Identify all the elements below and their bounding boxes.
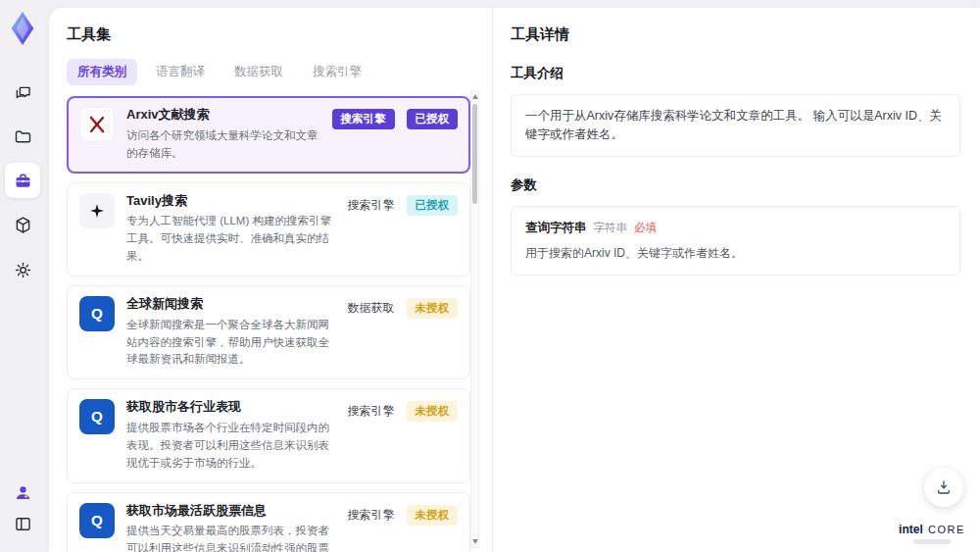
- tool-desc: 提供当天交易量最高的股票列表，投资者可以利用这些信息来识别流动性强的股票和潜在的…: [126, 523, 340, 552]
- download-icon: [935, 478, 953, 496]
- intro-text: 一个用于从Arxiv存储库搜索科学论文和文章的工具。 输入可以是Arxiv ID…: [511, 94, 960, 157]
- detail-title: 工具详情: [511, 25, 960, 44]
- scrollbar-thumb[interactable]: [472, 104, 477, 204]
- tab-data-fetch[interactable]: 数据获取: [223, 59, 294, 85]
- app-logo-icon: [6, 10, 39, 47]
- chat-nav-icon[interactable]: [8, 78, 37, 108]
- tool-name: Tavily搜索: [126, 193, 340, 210]
- param-card: 查询字符串 字符串 必填 用于搜索的Arxiv ID、关键字或作者姓名。: [511, 206, 960, 276]
- sparkle-star-icon: [79, 193, 115, 228]
- svg-text:Q: Q: [91, 512, 103, 528]
- sidebar-rail: [0, 0, 45, 552]
- cube-nav-icon[interactable]: [8, 210, 37, 239]
- tab-language-translation[interactable]: 语言翻译: [145, 59, 216, 85]
- category-label: 搜索引擎: [348, 507, 395, 524]
- category-label: 搜索引擎: [348, 197, 395, 214]
- tool-name: 获取市场最活跃股票信息: [126, 503, 340, 520]
- brand-core-text: CORE: [928, 524, 965, 535]
- page-title: 工具集: [67, 25, 492, 44]
- tool-name: Arxiv文献搜索: [126, 107, 324, 124]
- download-button[interactable]: [924, 468, 963, 507]
- tab-all-categories[interactable]: 所有类别: [67, 59, 137, 85]
- user-avatar-icon[interactable]: [8, 477, 37, 507]
- tool-list: Arxiv文献搜索 访问各个研究领域大量科学论文和文章的存储库。 搜索引擎 已授…: [67, 96, 470, 552]
- intel-core-logo: intel CORE: [894, 523, 970, 544]
- tool-card-tavily[interactable]: Tavily搜索 专为人工智能代理 (LLM) 构建的搜索引擎工具。可快速提供实…: [67, 182, 470, 276]
- auth-status-badge: 未授权: [407, 401, 459, 422]
- tool-card-most-active-stocks[interactable]: Q 获取市场最活跃股票信息 提供当天交易量最高的股票列表，投资者可以利用这些信息…: [67, 492, 470, 552]
- scroll-up-arrow-icon[interactable]: [472, 94, 478, 99]
- tool-desc: 访问各个研究领域大量科学论文和文章的存储库。: [126, 127, 324, 163]
- news-app-icon: Q: [79, 503, 115, 538]
- category-badge: 搜索引擎: [332, 109, 395, 129]
- param-required-flag: 必填: [634, 221, 657, 235]
- tool-card-sector-performance[interactable]: Q 获取股市各行业表现 提供股票市场各个行业在特定时间段内的表现。投资者可以利用…: [67, 388, 470, 482]
- category-label: 搜索引擎: [348, 403, 395, 420]
- scroll-down-arrow-icon[interactable]: [472, 539, 478, 544]
- tab-search-engine[interactable]: 搜索引擎: [302, 59, 372, 85]
- list-scrollbar[interactable]: [470, 90, 479, 548]
- tool-card-global-news[interactable]: Q 全球新闻搜索 全球新闻搜索是一个聚合全球各大新闻网站内容的搜索引擎，帮助用户…: [67, 285, 470, 379]
- tool-desc: 专为人工智能代理 (LLM) 构建的搜索引擎工具。可快速提供实时、准确和真实的结…: [126, 213, 340, 265]
- tool-name: 获取股市各行业表现: [126, 399, 340, 416]
- folder-nav-icon[interactable]: [8, 122, 37, 151]
- news-app-icon: Q: [79, 399, 115, 434]
- svg-text:Q: Q: [91, 409, 103, 426]
- toolbox-nav-icon-active[interactable]: [5, 163, 40, 198]
- tool-detail-panel: 工具详情 工具介绍 一个用于从Arxiv存储库搜索科学论文和文章的工具。 输入可…: [492, 8, 980, 552]
- auth-status-badge: 未授权: [407, 505, 459, 526]
- tool-desc: 提供股票市场各个行业在特定时间段内的表现。投资者可以利用这些信息来识别表现优于或…: [126, 420, 340, 472]
- param-desc: 用于搜索的Arxiv ID、关键字或作者姓名。: [525, 245, 946, 262]
- svg-text:Q: Q: [91, 305, 103, 322]
- settings-gear-icon[interactable]: [8, 255, 37, 284]
- auth-status-badge: 未授权: [407, 298, 459, 319]
- auth-status-badge: 已授权: [407, 109, 459, 129]
- auth-status-badge: 已授权: [407, 195, 459, 216]
- category-label: 数据获取: [348, 300, 395, 317]
- param-type: 字符串: [594, 221, 628, 235]
- brand-intel-text: intel: [899, 523, 923, 536]
- news-app-icon: Q: [79, 296, 115, 331]
- category-tabs: 所有类别 语言翻译 数据获取 搜索引擎: [67, 59, 492, 85]
- arxiv-logo-icon: [79, 107, 115, 142]
- tool-name: 全球新闻搜索: [126, 296, 340, 313]
- params-heading: 参数: [511, 176, 960, 194]
- tool-card-arxiv[interactable]: Arxiv文献搜索 访问各个研究领域大量科学论文和文章的存储库。 搜索引擎 已授…: [67, 96, 470, 174]
- brand-underline: [913, 539, 951, 544]
- tool-list-panel: 工具集 所有类别 语言翻译 数据获取 搜索引擎 Arxiv文献搜索 访问各个研究…: [49, 8, 492, 552]
- param-name: 查询字符串: [525, 220, 587, 236]
- main-content-card: 工具集 所有类别 语言翻译 数据获取 搜索引擎 Arxiv文献搜索 访问各个研究…: [49, 8, 980, 552]
- intro-heading: 工具介绍: [511, 65, 960, 82]
- tool-desc: 全球新闻搜索是一个聚合全球各大新闻网站内容的搜索引擎，帮助用户快速获取全球最新资…: [126, 317, 340, 369]
- collapse-panel-icon[interactable]: [8, 509, 37, 538]
